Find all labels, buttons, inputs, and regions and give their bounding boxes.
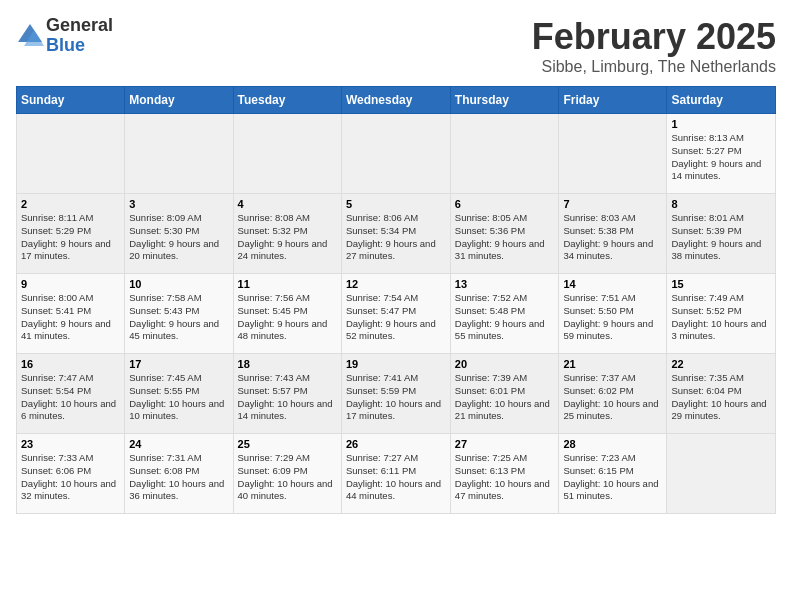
calendar-day-cell: 6Sunrise: 8:05 AM Sunset: 5:36 PM Daylig… (450, 194, 559, 274)
day-number: 20 (455, 358, 555, 370)
day-info: Sunrise: 7:27 AM Sunset: 6:11 PM Dayligh… (346, 452, 446, 503)
calendar-day-cell (233, 114, 341, 194)
day-number: 23 (21, 438, 120, 450)
day-number: 16 (21, 358, 120, 370)
calendar-week-row: 2Sunrise: 8:11 AM Sunset: 5:29 PM Daylig… (17, 194, 776, 274)
day-number: 28 (563, 438, 662, 450)
calendar-week-row: 9Sunrise: 8:00 AM Sunset: 5:41 PM Daylig… (17, 274, 776, 354)
day-info: Sunrise: 8:01 AM Sunset: 5:39 PM Dayligh… (671, 212, 771, 263)
day-info: Sunrise: 7:33 AM Sunset: 6:06 PM Dayligh… (21, 452, 120, 503)
calendar-day-cell (125, 114, 233, 194)
calendar-day-cell (341, 114, 450, 194)
day-info: Sunrise: 8:08 AM Sunset: 5:32 PM Dayligh… (238, 212, 337, 263)
logo-general: General (46, 16, 113, 36)
day-info: Sunrise: 8:05 AM Sunset: 5:36 PM Dayligh… (455, 212, 555, 263)
day-info: Sunrise: 7:39 AM Sunset: 6:01 PM Dayligh… (455, 372, 555, 423)
day-number: 24 (129, 438, 228, 450)
day-of-week-header: Sunday (17, 87, 125, 114)
day-of-week-header: Thursday (450, 87, 559, 114)
day-info: Sunrise: 7:56 AM Sunset: 5:45 PM Dayligh… (238, 292, 337, 343)
calendar-day-cell (667, 434, 776, 514)
calendar-day-cell: 10Sunrise: 7:58 AM Sunset: 5:43 PM Dayli… (125, 274, 233, 354)
calendar-day-cell: 22Sunrise: 7:35 AM Sunset: 6:04 PM Dayli… (667, 354, 776, 434)
day-info: Sunrise: 8:13 AM Sunset: 5:27 PM Dayligh… (671, 132, 771, 183)
day-info: Sunrise: 7:31 AM Sunset: 6:08 PM Dayligh… (129, 452, 228, 503)
day-number: 26 (346, 438, 446, 450)
calendar-day-cell: 23Sunrise: 7:33 AM Sunset: 6:06 PM Dayli… (17, 434, 125, 514)
calendar-day-cell: 2Sunrise: 8:11 AM Sunset: 5:29 PM Daylig… (17, 194, 125, 274)
day-number: 22 (671, 358, 771, 370)
day-info: Sunrise: 7:47 AM Sunset: 5:54 PM Dayligh… (21, 372, 120, 423)
day-info: Sunrise: 8:09 AM Sunset: 5:30 PM Dayligh… (129, 212, 228, 263)
day-info: Sunrise: 8:03 AM Sunset: 5:38 PM Dayligh… (563, 212, 662, 263)
calendar-day-cell: 24Sunrise: 7:31 AM Sunset: 6:08 PM Dayli… (125, 434, 233, 514)
calendar-day-cell: 14Sunrise: 7:51 AM Sunset: 5:50 PM Dayli… (559, 274, 667, 354)
day-info: Sunrise: 7:29 AM Sunset: 6:09 PM Dayligh… (238, 452, 337, 503)
calendar-header-row: SundayMondayTuesdayWednesdayThursdayFrid… (17, 87, 776, 114)
day-number: 12 (346, 278, 446, 290)
calendar-day-cell: 7Sunrise: 8:03 AM Sunset: 5:38 PM Daylig… (559, 194, 667, 274)
calendar-day-cell: 21Sunrise: 7:37 AM Sunset: 6:02 PM Dayli… (559, 354, 667, 434)
day-info: Sunrise: 7:49 AM Sunset: 5:52 PM Dayligh… (671, 292, 771, 343)
day-number: 15 (671, 278, 771, 290)
day-info: Sunrise: 7:35 AM Sunset: 6:04 PM Dayligh… (671, 372, 771, 423)
page-header: General Blue February 2025 Sibbe, Limbur… (16, 16, 776, 76)
calendar-table: SundayMondayTuesdayWednesdayThursdayFrid… (16, 86, 776, 514)
calendar-day-cell (450, 114, 559, 194)
location: Sibbe, Limburg, The Netherlands (532, 58, 776, 76)
day-info: Sunrise: 7:45 AM Sunset: 5:55 PM Dayligh… (129, 372, 228, 423)
day-number: 9 (21, 278, 120, 290)
logo: General Blue (16, 16, 113, 56)
calendar-day-cell: 8Sunrise: 8:01 AM Sunset: 5:39 PM Daylig… (667, 194, 776, 274)
day-info: Sunrise: 7:41 AM Sunset: 5:59 PM Dayligh… (346, 372, 446, 423)
calendar-day-cell: 26Sunrise: 7:27 AM Sunset: 6:11 PM Dayli… (341, 434, 450, 514)
month-title: February 2025 (532, 16, 776, 58)
day-info: Sunrise: 8:00 AM Sunset: 5:41 PM Dayligh… (21, 292, 120, 343)
calendar-day-cell: 11Sunrise: 7:56 AM Sunset: 5:45 PM Dayli… (233, 274, 341, 354)
calendar-day-cell: 18Sunrise: 7:43 AM Sunset: 5:57 PM Dayli… (233, 354, 341, 434)
day-number: 17 (129, 358, 228, 370)
day-number: 4 (238, 198, 337, 210)
calendar-day-cell: 3Sunrise: 8:09 AM Sunset: 5:30 PM Daylig… (125, 194, 233, 274)
day-number: 21 (563, 358, 662, 370)
day-number: 1 (671, 118, 771, 130)
calendar-week-row: 1Sunrise: 8:13 AM Sunset: 5:27 PM Daylig… (17, 114, 776, 194)
calendar-day-cell (559, 114, 667, 194)
day-number: 3 (129, 198, 228, 210)
calendar-day-cell: 19Sunrise: 7:41 AM Sunset: 5:59 PM Dayli… (341, 354, 450, 434)
day-number: 2 (21, 198, 120, 210)
calendar-day-cell: 20Sunrise: 7:39 AM Sunset: 6:01 PM Dayli… (450, 354, 559, 434)
calendar-day-cell: 1Sunrise: 8:13 AM Sunset: 5:27 PM Daylig… (667, 114, 776, 194)
day-number: 13 (455, 278, 555, 290)
day-info: Sunrise: 7:37 AM Sunset: 6:02 PM Dayligh… (563, 372, 662, 423)
day-number: 5 (346, 198, 446, 210)
logo-icon (16, 22, 44, 50)
day-info: Sunrise: 7:54 AM Sunset: 5:47 PM Dayligh… (346, 292, 446, 343)
day-number: 6 (455, 198, 555, 210)
calendar-day-cell: 17Sunrise: 7:45 AM Sunset: 5:55 PM Dayli… (125, 354, 233, 434)
day-info: Sunrise: 8:11 AM Sunset: 5:29 PM Dayligh… (21, 212, 120, 263)
day-number: 18 (238, 358, 337, 370)
logo-blue: Blue (46, 36, 113, 56)
calendar-day-cell: 9Sunrise: 8:00 AM Sunset: 5:41 PM Daylig… (17, 274, 125, 354)
logo-text: General Blue (46, 16, 113, 56)
day-number: 27 (455, 438, 555, 450)
day-number: 8 (671, 198, 771, 210)
title-block: February 2025 Sibbe, Limburg, The Nether… (532, 16, 776, 76)
day-of-week-header: Monday (125, 87, 233, 114)
calendar-day-cell: 27Sunrise: 7:25 AM Sunset: 6:13 PM Dayli… (450, 434, 559, 514)
day-info: Sunrise: 7:25 AM Sunset: 6:13 PM Dayligh… (455, 452, 555, 503)
calendar-week-row: 23Sunrise: 7:33 AM Sunset: 6:06 PM Dayli… (17, 434, 776, 514)
day-info: Sunrise: 7:23 AM Sunset: 6:15 PM Dayligh… (563, 452, 662, 503)
day-number: 10 (129, 278, 228, 290)
day-of-week-header: Saturday (667, 87, 776, 114)
calendar-day-cell (17, 114, 125, 194)
calendar-day-cell: 5Sunrise: 8:06 AM Sunset: 5:34 PM Daylig… (341, 194, 450, 274)
calendar-day-cell: 4Sunrise: 8:08 AM Sunset: 5:32 PM Daylig… (233, 194, 341, 274)
calendar-day-cell: 15Sunrise: 7:49 AM Sunset: 5:52 PM Dayli… (667, 274, 776, 354)
calendar-day-cell: 12Sunrise: 7:54 AM Sunset: 5:47 PM Dayli… (341, 274, 450, 354)
day-info: Sunrise: 7:58 AM Sunset: 5:43 PM Dayligh… (129, 292, 228, 343)
calendar-week-row: 16Sunrise: 7:47 AM Sunset: 5:54 PM Dayli… (17, 354, 776, 434)
day-info: Sunrise: 8:06 AM Sunset: 5:34 PM Dayligh… (346, 212, 446, 263)
day-number: 19 (346, 358, 446, 370)
